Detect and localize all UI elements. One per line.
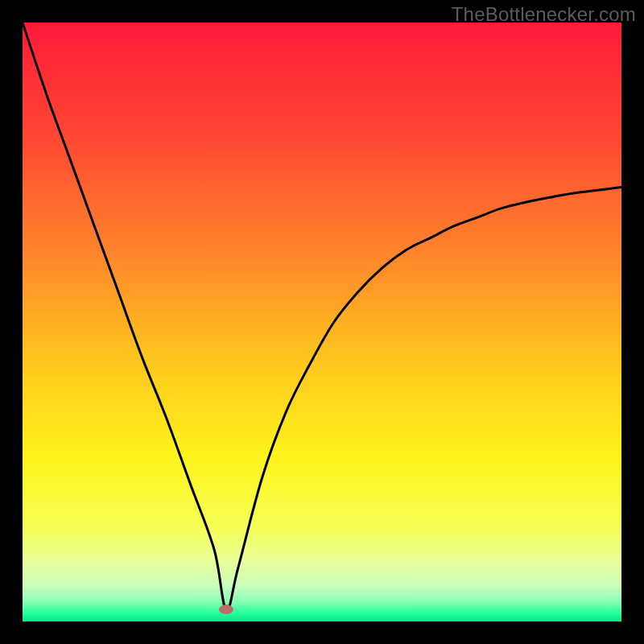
chart-svg	[23, 23, 621, 621]
gradient-background	[23, 23, 621, 621]
chart-plot-area	[23, 23, 621, 621]
minimum-marker	[219, 605, 233, 614]
watermark-text: TheBottlenecker.com	[452, 3, 636, 26]
chart-frame: TheBottlenecker.com	[0, 0, 644, 644]
